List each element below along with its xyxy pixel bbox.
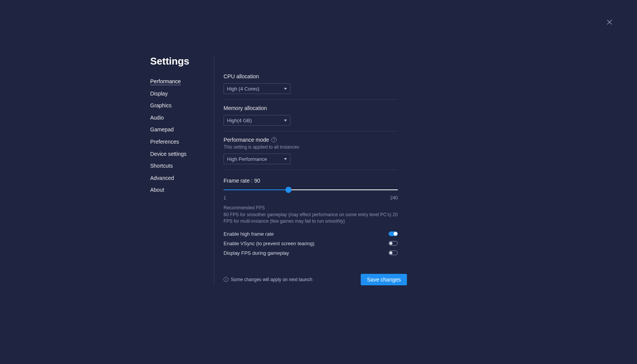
- performance-mode-select[interactable]: High Performance: [224, 154, 290, 164]
- enable-vsync-row: Enable VSync (to prevent screen tearing): [224, 239, 398, 248]
- settings-footer: i Some changes will apply on next launch…: [224, 274, 407, 285]
- info-icon: i: [224, 277, 229, 282]
- sidebar-item-preferences[interactable]: Preferences: [150, 136, 214, 148]
- enable-vsync-toggle[interactable]: [389, 241, 398, 246]
- memory-allocation-select[interactable]: High(4 GB): [224, 115, 290, 126]
- sidebar-item-label: Performance: [150, 78, 181, 85]
- toggle-label: Display FPS during gameplay: [224, 250, 289, 256]
- page-title: Settings: [150, 55, 190, 67]
- chevron-down-icon: [284, 88, 287, 90]
- chevron-down-icon: [284, 158, 287, 160]
- settings-sidebar: Performance Display Graphics Audio Gamep…: [150, 55, 214, 285]
- sidebar-item-label: Advanced: [150, 175, 174, 181]
- performance-mode-label-text: Performance mode: [224, 137, 269, 143]
- frame-rate-slider[interactable]: [224, 187, 398, 193]
- enable-high-frame-rate-toggle[interactable]: [389, 231, 398, 236]
- frame-rate-value: 90: [254, 178, 260, 184]
- sidebar-item-label: Gamepad: [150, 126, 173, 133]
- cpu-allocation-label: CPU allocation: [224, 73, 398, 79]
- sidebar-item-label: Preferences: [150, 139, 179, 145]
- cpu-allocation-select[interactable]: High (4 Cores): [224, 83, 290, 94]
- frame-rate-max: 240: [390, 195, 398, 201]
- sidebar-item-label: Shortcuts: [150, 163, 173, 169]
- recommended-fps-text: 60 FPS for smoother gameplay (may effect…: [224, 212, 398, 225]
- frame-rate-min: 1: [224, 195, 226, 201]
- frame-rate-section: Frame rate : 90 1 240 Recommended FPS 60…: [224, 175, 398, 263]
- performance-mode-section: Performance mode ? This setting is appli…: [224, 137, 398, 170]
- sidebar-item-label: Device settings: [150, 151, 186, 157]
- sidebar-item-label: Display: [150, 91, 168, 97]
- performance-mode-label: Performance mode ?: [224, 137, 398, 143]
- sidebar-item-performance[interactable]: Performance: [150, 76, 214, 88]
- cpu-allocation-section: CPU allocation High (4 Cores): [224, 73, 398, 100]
- sidebar-item-label: About: [150, 187, 164, 193]
- frame-rate-label: Frame rate : 90: [224, 178, 398, 184]
- select-value: High(4 GB): [227, 118, 252, 123]
- slider-thumb[interactable]: [285, 187, 292, 193]
- select-value: High Performance: [227, 156, 267, 162]
- display-fps-toggle[interactable]: [389, 251, 398, 255]
- sidebar-item-about[interactable]: About: [150, 184, 214, 196]
- sidebar-item-gamepad[interactable]: Gamepad: [150, 124, 214, 136]
- frame-rate-label-prefix: Frame rate :: [224, 178, 254, 184]
- sidebar-item-shortcuts[interactable]: Shortcuts: [150, 160, 214, 172]
- save-changes-button[interactable]: Save changes: [361, 274, 407, 285]
- note-text: Some changes will apply on next launch: [231, 277, 312, 282]
- display-fps-row: Display FPS during gameplay: [224, 248, 398, 258]
- sidebar-item-label: Audio: [150, 115, 164, 121]
- sidebar-item-graphics[interactable]: Graphics: [150, 100, 214, 112]
- select-value: High (4 Cores): [227, 86, 259, 92]
- chevron-down-icon: [284, 120, 287, 121]
- sidebar-item-label: Graphics: [150, 102, 172, 108]
- close-icon: [606, 19, 613, 27]
- sidebar-item-device-settings[interactable]: Device settings: [150, 148, 214, 160]
- memory-allocation-label: Memory allocation: [224, 105, 398, 111]
- sidebar-item-audio[interactable]: Audio: [150, 112, 214, 124]
- performance-mode-hint: This setting is applied to all instances: [224, 144, 398, 150]
- recommended-fps-title: Recommended FPS: [224, 205, 398, 210]
- enable-high-frame-rate-row: Enable high frame rate: [224, 229, 398, 239]
- sidebar-item-display[interactable]: Display: [150, 88, 214, 100]
- settings-main: CPU allocation High (4 Cores) Memory all…: [214, 55, 398, 285]
- toggle-label: Enable high frame rate: [224, 231, 274, 237]
- toggle-label: Enable VSync (to prevent screen tearing): [224, 241, 314, 246]
- close-button[interactable]: [605, 18, 614, 28]
- slider-fill: [224, 189, 289, 190]
- memory-allocation-section: Memory allocation High(4 GB): [224, 105, 398, 131]
- sidebar-item-advanced[interactable]: Advanced: [150, 172, 214, 184]
- help-icon[interactable]: ?: [271, 137, 277, 142]
- apply-next-launch-note: i Some changes will apply on next launch: [224, 277, 312, 282]
